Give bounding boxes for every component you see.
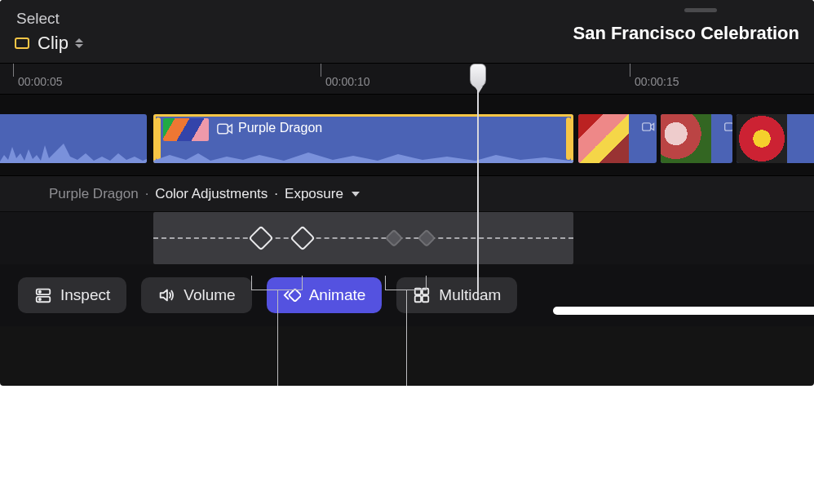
clip[interactable]: [0, 114, 147, 163]
video-editor-timeline: Select Clip San Francisco Celebration 00…: [0, 0, 814, 386]
tool-selector[interactable]: Clip: [15, 33, 83, 54]
tool-label: Clip: [38, 33, 69, 54]
project-title: San Francisco Celebration: [573, 23, 799, 44]
button-label: Multicam: [439, 286, 501, 304]
clip-name-label: Purple Dragon: [238, 121, 322, 135]
clip-thumbnail: [578, 114, 629, 163]
separator: ·: [274, 186, 278, 202]
svg-rect-1: [643, 123, 651, 130]
video-animation-header: Purple Dragon · Color Adjustments · Expo…: [0, 176, 814, 212]
callout-line: [406, 290, 408, 386]
keyframe-active[interactable]: [290, 225, 315, 250]
keyframe-baseline: [153, 237, 573, 239]
clip[interactable]: [737, 114, 814, 163]
keyframe-editor[interactable]: [0, 212, 814, 264]
camera-icon: [724, 121, 728, 135]
keyframe-track[interactable]: [153, 212, 573, 264]
zoom-slider[interactable]: [553, 307, 814, 315]
svg-rect-11: [422, 296, 428, 302]
button-label: Inspect: [60, 286, 110, 304]
ruler-label: 00:00:05: [18, 75, 63, 88]
camera-icon: [642, 121, 652, 135]
svg-point-6: [39, 298, 41, 300]
keyframe-inactive[interactable]: [418, 229, 436, 248]
ruler-label: 00:00:10: [325, 75, 370, 88]
ruler-tick: [630, 64, 630, 77]
drag-handle-icon[interactable]: [684, 8, 717, 12]
chevron-down-icon[interactable]: [352, 192, 360, 197]
primary-storyline[interactable]: Purple Dragon: [0, 95, 814, 176]
separator: ·: [145, 186, 149, 202]
volume-icon: [157, 286, 175, 304]
editor-tab-bar: Inspect Volume Animate Multic: [0, 264, 814, 326]
editor-param[interactable]: Exposure: [285, 186, 343, 202]
callout-bracket: [251, 276, 303, 290]
chevron-up-down-icon: [75, 38, 83, 48]
keyframe-inactive[interactable]: [385, 229, 404, 248]
time-ruler[interactable]: 00:00:05 00:00:10 00:00:15: [0, 64, 814, 95]
button-label: Animate: [309, 286, 366, 304]
callout-bracket: [385, 276, 427, 290]
ruler-tick: [13, 64, 14, 77]
ruler-label: 00:00:15: [635, 75, 679, 88]
clip[interactable]: [661, 114, 732, 163]
audio-waveform: [153, 139, 573, 163]
inspect-icon: [34, 286, 52, 304]
keyframe-active[interactable]: [248, 225, 273, 250]
clip-thumbnail: [661, 114, 711, 163]
timeline-header: Select Clip San Francisco Celebration: [0, 0, 814, 64]
svg-rect-10: [415, 296, 421, 302]
svg-point-5: [39, 291, 41, 293]
svg-rect-2: [725, 123, 732, 130]
editor-section[interactable]: Color Adjustments: [155, 186, 268, 202]
svg-rect-7: [289, 289, 301, 302]
inspect-button[interactable]: Inspect: [18, 277, 126, 313]
callout-line: [277, 290, 279, 386]
svg-rect-0: [218, 124, 228, 134]
button-label: Volume: [184, 286, 235, 304]
clip-thumbnail: [737, 114, 787, 163]
clip-thumbnail: [163, 118, 209, 141]
clip-tool-icon: [15, 38, 29, 49]
select-mode-label: Select: [16, 10, 60, 28]
clip[interactable]: [578, 114, 657, 163]
ruler-tick: [321, 64, 321, 77]
camera-icon: [217, 122, 233, 139]
clip-selected[interactable]: Purple Dragon: [153, 114, 573, 163]
audio-waveform: [0, 139, 147, 163]
editor-clip-name: Purple Dragon: [49, 186, 139, 202]
volume-button[interactable]: Volume: [141, 277, 251, 313]
